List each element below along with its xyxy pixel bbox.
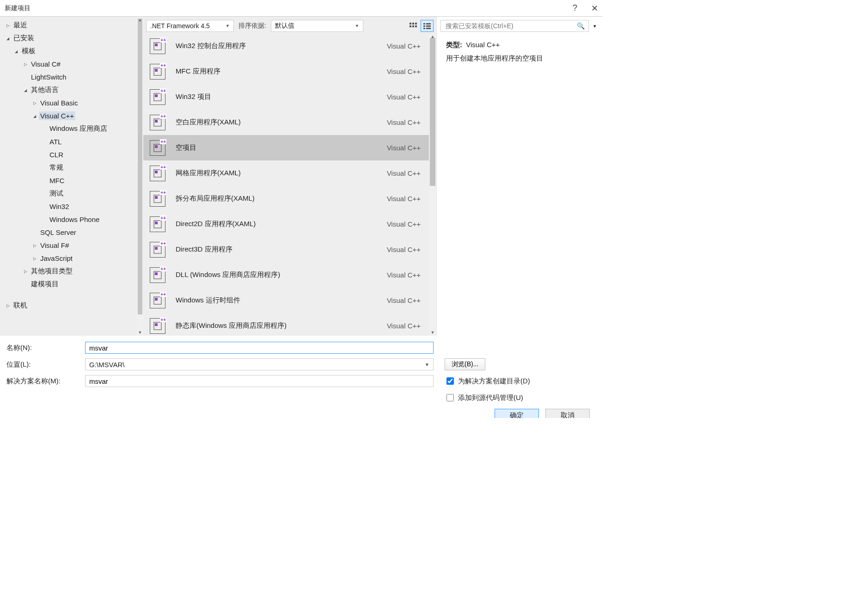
- template-row[interactable]: ++拆分布局应用程序(XAML)Visual C++: [143, 186, 429, 211]
- svg-rect-19: [155, 120, 158, 123]
- tree-item[interactable]: 测试: [0, 187, 143, 200]
- help-button[interactable]: ?: [573, 3, 577, 13]
- tree-item-label: Windows 应用商店: [48, 124, 109, 134]
- expand-open-icon[interactable]: [13, 49, 19, 54]
- create-dir-label: 为解决方案创建目录(D): [458, 377, 530, 386]
- template-icon: ++: [150, 267, 165, 283]
- tree-item[interactable]: 其他项目类型: [0, 265, 143, 277]
- expand-closed-icon[interactable]: [5, 23, 11, 28]
- tree-item[interactable]: 模板: [0, 44, 143, 57]
- expand-open-icon[interactable]: [31, 113, 38, 118]
- tree-item[interactable]: LightSwitch: [0, 70, 143, 83]
- tree-item[interactable]: ATL: [0, 135, 143, 148]
- template-row[interactable]: ++Win32 控制台应用程序Visual C++: [143, 33, 429, 59]
- framework-combo[interactable]: .NET Framework 4.5 ▼: [146, 20, 234, 32]
- tree-item[interactable]: Win32: [0, 200, 143, 213]
- tree-scroll-up[interactable]: ▲: [137, 17, 143, 23]
- template-lang: Visual C++: [387, 271, 422, 279]
- svg-rect-7: [426, 23, 431, 25]
- template-icon: ++: [150, 293, 165, 308]
- tree-item[interactable]: JavaScript: [0, 252, 143, 265]
- tree-item[interactable]: Visual F#: [0, 239, 143, 252]
- tree-item[interactable]: 联机: [0, 299, 143, 312]
- template-name: 拆分布局应用程序(XAML): [176, 194, 387, 203]
- category-tree[interactable]: 最近已安装模板Visual C#LightSwitch其他语言Visual Ba…: [0, 17, 143, 336]
- template-list[interactable]: ++Win32 控制台应用程序Visual C++++MFC 应用程序Visua…: [143, 33, 429, 336]
- tree-item[interactable]: 常规: [0, 161, 143, 174]
- svg-rect-4: [412, 25, 414, 27]
- tree-item[interactable]: 建模项目: [0, 277, 143, 290]
- expand-closed-icon[interactable]: [22, 269, 29, 274]
- template-lang: Visual C++: [387, 93, 422, 101]
- tree-item[interactable]: Visual Basic: [0, 96, 143, 109]
- template-lang: Visual C++: [387, 118, 422, 126]
- template-name: Win32 控制台应用程序: [176, 42, 387, 50]
- tree-item[interactable]: 其他语言: [0, 83, 143, 96]
- name-field[interactable]: [85, 342, 434, 354]
- tree-item[interactable]: Windows 应用商店: [0, 122, 143, 135]
- tree-scroll-down[interactable]: ▼: [137, 329, 143, 336]
- type-value: Visual C++: [466, 41, 500, 49]
- expand-open-icon[interactable]: [22, 87, 29, 92]
- template-icon: ++: [150, 242, 165, 258]
- tree-item[interactable]: Visual C++: [0, 109, 143, 122]
- add-source-checkbox[interactable]: 添加到源代码管理(U): [445, 393, 523, 403]
- template-row[interactable]: ++网格应用程序(XAML)Visual C++: [143, 160, 429, 186]
- search-box[interactable]: 🔍: [440, 20, 589, 32]
- template-scrollbar[interactable]: ▲ ▼: [429, 33, 436, 336]
- svg-rect-3: [410, 25, 411, 27]
- expand-open-icon[interactable]: [5, 36, 11, 41]
- template-row[interactable]: ++静态库(Windows 应用商店应用程序)Visual C++: [143, 313, 429, 336]
- sort-combo[interactable]: 默认值 ▼: [271, 20, 363, 32]
- chevron-down-icon: ▼: [425, 362, 429, 367]
- template-row[interactable]: ++MFC 应用程序Visual C++: [143, 59, 429, 84]
- search-icon[interactable]: 🔍: [577, 22, 585, 30]
- template-panel: .NET Framework 4.5 ▼ 排序依据: 默认值 ▼ ++Win32…: [143, 17, 436, 336]
- cancel-button[interactable]: 取消: [545, 409, 590, 418]
- tree-item-label: Visual C#: [30, 60, 62, 68]
- tree-item[interactable]: MFC: [0, 174, 143, 187]
- template-row[interactable]: ++Win32 项目Visual C++: [143, 84, 429, 110]
- template-lang: Visual C++: [387, 246, 422, 253]
- expand-closed-icon[interactable]: [31, 243, 38, 248]
- template-row[interactable]: ++Windows 运行时组件Visual C++: [143, 288, 429, 313]
- expand-closed-icon[interactable]: [31, 100, 38, 105]
- tree-item[interactable]: SQL Server: [0, 226, 143, 239]
- template-row[interactable]: ++Direct3D 应用程序Visual C++: [143, 237, 429, 262]
- template-row[interactable]: ++空项目Visual C++: [143, 135, 429, 160]
- tree-item[interactable]: Visual C#: [0, 57, 143, 70]
- tree-item[interactable]: 已安装: [0, 31, 143, 44]
- tree-item[interactable]: CLR: [0, 148, 143, 161]
- search-input[interactable]: [445, 22, 577, 30]
- create-dir-checkbox[interactable]: 为解决方案创建目录(D): [445, 376, 530, 386]
- expand-closed-icon[interactable]: [31, 256, 38, 261]
- browse-button[interactable]: 浏览(B)...: [445, 358, 485, 370]
- view-icons-button[interactable]: [407, 20, 420, 32]
- location-combo[interactable]: G:\MSVAR\ ▼: [85, 358, 434, 370]
- scroll-down-icon[interactable]: ▼: [429, 329, 436, 336]
- template-row[interactable]: ++DLL (Windows 应用商店应用程序)Visual C++: [143, 262, 429, 288]
- search-options-dropdown[interactable]: ▾: [591, 20, 599, 32]
- view-list-button[interactable]: [421, 20, 434, 32]
- tree-item[interactable]: Windows Phone: [0, 213, 143, 226]
- ok-button[interactable]: 确定: [495, 409, 539, 418]
- add-source-checkbox-input[interactable]: [446, 394, 454, 401]
- close-button[interactable]: ✕: [591, 3, 598, 13]
- scrollbar-thumb[interactable]: [430, 38, 435, 186]
- solution-name-field[interactable]: [85, 375, 434, 387]
- template-row[interactable]: ++Direct2D 应用程序(XAML)Visual C++: [143, 211, 429, 237]
- template-lang: Visual C++: [387, 220, 422, 228]
- tree-scrollbar-thumb[interactable]: [138, 18, 142, 314]
- tree-item[interactable]: 最近: [0, 18, 143, 31]
- tree-item-label: 其他项目类型: [30, 266, 74, 276]
- expand-closed-icon[interactable]: [22, 62, 29, 67]
- expand-closed-icon[interactable]: [5, 303, 11, 308]
- tree-item-label: 常规: [48, 163, 65, 172]
- svg-rect-17: [155, 94, 158, 97]
- create-dir-checkbox-input[interactable]: [446, 377, 454, 385]
- content-area: 最近已安装模板Visual C#LightSwitch其他语言Visual Ba…: [0, 17, 603, 336]
- svg-rect-29: [155, 247, 158, 250]
- svg-rect-27: [155, 222, 158, 224]
- template-row[interactable]: ++空白应用程序(XAML)Visual C++: [143, 110, 429, 135]
- template-icon: ++: [150, 166, 165, 181]
